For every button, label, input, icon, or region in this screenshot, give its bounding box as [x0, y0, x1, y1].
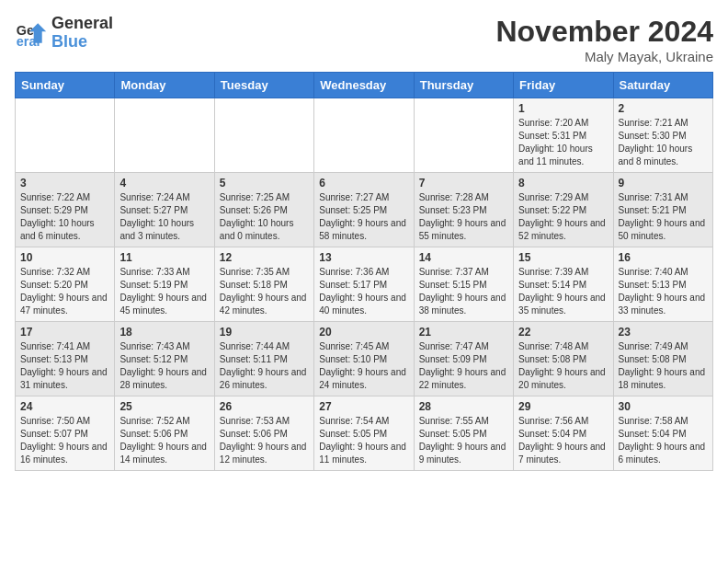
day-info: Sunrise: 7:32 AMSunset: 5:20 PMDaylight:…	[20, 266, 109, 317]
calendar-cell: 11Sunrise: 7:33 AMSunset: 5:19 PMDayligh…	[115, 247, 214, 322]
weekday-header-sunday: Sunday	[16, 73, 115, 98]
day-number: 14	[419, 251, 508, 264]
day-info: Sunrise: 7:56 AMSunset: 5:04 PMDaylight:…	[518, 415, 608, 466]
day-info: Sunrise: 7:49 AMSunset: 5:08 PMDaylight:…	[619, 340, 708, 392]
day-number: 16	[619, 251, 708, 264]
day-number: 3	[20, 177, 109, 190]
weekday-header-thursday: Thursday	[414, 73, 513, 98]
day-number: 12	[220, 251, 309, 264]
calendar-cell: 12Sunrise: 7:35 AMSunset: 5:18 PMDayligh…	[214, 247, 313, 322]
day-info: Sunrise: 7:40 AMSunset: 5:13 PMDaylight:…	[619, 266, 708, 317]
calendar-cell: 10Sunrise: 7:32 AMSunset: 5:20 PMDayligh…	[16, 247, 115, 322]
logo: Gen eral General Blue	[15, 15, 113, 52]
calendar-cell: 3Sunrise: 7:22 AMSunset: 5:29 PMDaylight…	[16, 173, 115, 247]
day-number: 22	[518, 326, 608, 339]
calendar-cell: 23Sunrise: 7:49 AMSunset: 5:08 PMDayligh…	[613, 322, 712, 396]
day-info: Sunrise: 7:29 AMSunset: 5:22 PMDaylight:…	[518, 191, 608, 243]
day-info: Sunrise: 7:53 AMSunset: 5:06 PMDaylight:…	[220, 415, 309, 466]
day-info: Sunrise: 7:47 AMSunset: 5:09 PMDaylight:…	[419, 340, 508, 392]
day-info: Sunrise: 7:36 AMSunset: 5:17 PMDaylight:…	[319, 266, 408, 317]
day-number: 20	[319, 326, 408, 339]
day-info: Sunrise: 7:48 AMSunset: 5:08 PMDaylight:…	[518, 340, 608, 392]
calendar-cell: 20Sunrise: 7:45 AMSunset: 5:10 PMDayligh…	[314, 322, 414, 396]
calendar-cell: 27Sunrise: 7:54 AMSunset: 5:05 PMDayligh…	[314, 396, 414, 471]
calendar-cell: 1Sunrise: 7:20 AMSunset: 5:31 PMDaylight…	[514, 98, 613, 173]
weekday-header-friday: Friday	[514, 73, 613, 98]
day-number: 28	[419, 400, 508, 413]
calendar-cell: 18Sunrise: 7:43 AMSunset: 5:12 PMDayligh…	[115, 322, 214, 396]
day-info: Sunrise: 7:31 AMSunset: 5:21 PMDaylight:…	[619, 191, 708, 243]
calendar-cell: 15Sunrise: 7:39 AMSunset: 5:14 PMDayligh…	[514, 247, 613, 322]
calendar-cell: 4Sunrise: 7:24 AMSunset: 5:27 PMDaylight…	[115, 173, 214, 247]
calendar-cell: 13Sunrise: 7:36 AMSunset: 5:17 PMDayligh…	[314, 247, 414, 322]
calendar-cell: 30Sunrise: 7:58 AMSunset: 5:04 PMDayligh…	[613, 396, 712, 471]
day-info: Sunrise: 7:50 AMSunset: 5:07 PMDaylight:…	[20, 415, 109, 466]
calendar-cell: 8Sunrise: 7:29 AMSunset: 5:22 PMDaylight…	[514, 173, 613, 247]
day-number: 10	[20, 251, 109, 264]
logo-line2: Blue	[51, 33, 113, 52]
day-info: Sunrise: 7:39 AMSunset: 5:14 PMDaylight:…	[518, 266, 608, 317]
day-number: 27	[319, 400, 408, 413]
logo-line1: General	[51, 15, 113, 33]
day-number: 8	[518, 177, 608, 190]
calendar-cell	[16, 98, 115, 173]
day-info: Sunrise: 7:44 AMSunset: 5:11 PMDaylight:…	[220, 340, 309, 392]
day-info: Sunrise: 7:28 AMSunset: 5:23 PMDaylight:…	[419, 191, 508, 243]
weekday-header-monday: Monday	[115, 73, 214, 98]
calendar-cell: 17Sunrise: 7:41 AMSunset: 5:13 PMDayligh…	[16, 322, 115, 396]
weekday-header-wednesday: Wednesday	[314, 73, 414, 98]
day-number: 5	[220, 177, 309, 190]
calendar-cell	[314, 98, 414, 173]
day-number: 21	[419, 326, 508, 339]
day-number: 7	[419, 177, 508, 190]
day-number: 29	[518, 400, 608, 413]
day-info: Sunrise: 7:21 AMSunset: 5:30 PMDaylight:…	[619, 117, 708, 168]
day-info: Sunrise: 7:54 AMSunset: 5:05 PMDaylight:…	[319, 415, 408, 466]
day-number: 19	[220, 326, 309, 339]
day-info: Sunrise: 7:58 AMSunset: 5:04 PMDaylight:…	[619, 415, 708, 466]
weekday-header-saturday: Saturday	[613, 73, 712, 98]
day-number: 1	[518, 102, 608, 115]
day-info: Sunrise: 7:22 AMSunset: 5:29 PMDaylight:…	[20, 191, 109, 243]
calendar-cell: 21Sunrise: 7:47 AMSunset: 5:09 PMDayligh…	[414, 322, 513, 396]
month-title: November 2024	[495, 15, 713, 49]
day-number: 13	[319, 251, 408, 264]
page-header: Gen eral General Blue November 2024 Maly…	[15, 15, 713, 64]
day-info: Sunrise: 7:43 AMSunset: 5:12 PMDaylight:…	[119, 340, 209, 392]
calendar-cell: 24Sunrise: 7:50 AMSunset: 5:07 PMDayligh…	[16, 396, 115, 471]
calendar-cell	[115, 98, 214, 173]
calendar-table: SundayMondayTuesdayWednesdayThursdayFrid…	[15, 72, 713, 471]
day-number: 30	[619, 400, 708, 413]
calendar-cell: 28Sunrise: 7:55 AMSunset: 5:05 PMDayligh…	[414, 396, 513, 471]
calendar-cell: 6Sunrise: 7:27 AMSunset: 5:25 PMDaylight…	[314, 173, 414, 247]
title-block: November 2024 Maly Mayak, Ukraine	[495, 15, 713, 64]
calendar-cell: 25Sunrise: 7:52 AMSunset: 5:06 PMDayligh…	[115, 396, 214, 471]
calendar-cell: 19Sunrise: 7:44 AMSunset: 5:11 PMDayligh…	[214, 322, 313, 396]
day-number: 18	[119, 326, 209, 339]
calendar-cell: 2Sunrise: 7:21 AMSunset: 5:30 PMDaylight…	[613, 98, 712, 173]
calendar-cell: 16Sunrise: 7:40 AMSunset: 5:13 PMDayligh…	[613, 247, 712, 322]
calendar-cell: 5Sunrise: 7:25 AMSunset: 5:26 PMDaylight…	[214, 173, 313, 247]
day-number: 26	[220, 400, 309, 413]
day-info: Sunrise: 7:55 AMSunset: 5:05 PMDaylight:…	[419, 415, 508, 466]
day-info: Sunrise: 7:35 AMSunset: 5:18 PMDaylight:…	[220, 266, 309, 317]
calendar-cell: 7Sunrise: 7:28 AMSunset: 5:23 PMDaylight…	[414, 173, 513, 247]
day-info: Sunrise: 7:52 AMSunset: 5:06 PMDaylight:…	[119, 415, 209, 466]
day-number: 23	[619, 326, 708, 339]
day-info: Sunrise: 7:27 AMSunset: 5:25 PMDaylight:…	[319, 191, 408, 243]
day-number: 15	[518, 251, 608, 264]
calendar-cell: 14Sunrise: 7:37 AMSunset: 5:15 PMDayligh…	[414, 247, 513, 322]
day-info: Sunrise: 7:45 AMSunset: 5:10 PMDaylight:…	[319, 340, 408, 392]
calendar-cell: 9Sunrise: 7:31 AMSunset: 5:21 PMDaylight…	[613, 173, 712, 247]
calendar-cell	[214, 98, 313, 173]
location: Maly Mayak, Ukraine	[495, 49, 713, 64]
day-number: 6	[319, 177, 408, 190]
calendar-cell: 22Sunrise: 7:48 AMSunset: 5:08 PMDayligh…	[514, 322, 613, 396]
day-info: Sunrise: 7:33 AMSunset: 5:19 PMDaylight:…	[119, 266, 209, 317]
day-info: Sunrise: 7:41 AMSunset: 5:13 PMDaylight:…	[20, 340, 109, 392]
day-info: Sunrise: 7:24 AMSunset: 5:27 PMDaylight:…	[119, 191, 209, 243]
day-number: 24	[20, 400, 109, 413]
calendar-cell: 29Sunrise: 7:56 AMSunset: 5:04 PMDayligh…	[514, 396, 613, 471]
day-number: 11	[119, 251, 209, 264]
day-number: 9	[619, 177, 708, 190]
